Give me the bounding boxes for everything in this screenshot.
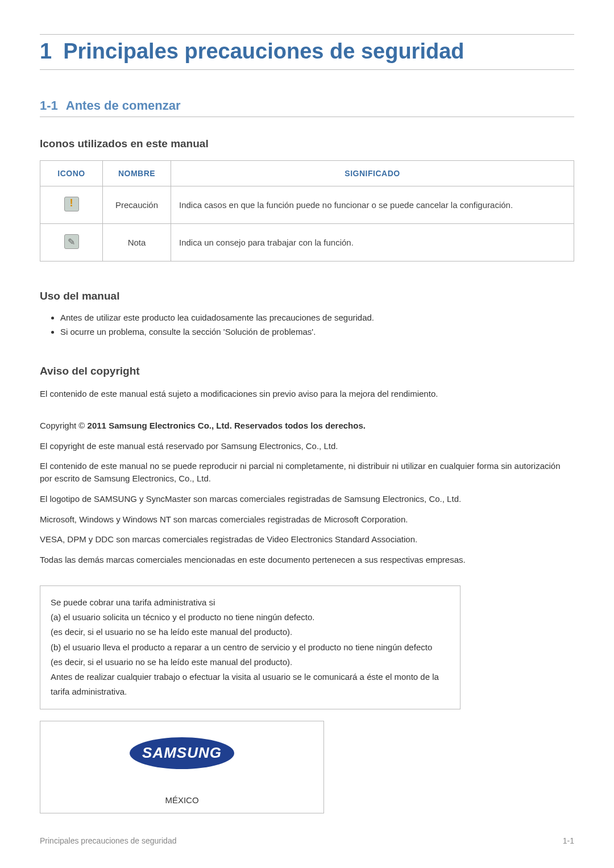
manual-use-heading: Uso del manual <box>40 290 574 302</box>
samsung-logo: SAMSUNG <box>52 736 312 773</box>
col-header-significado: SIGNIFICADO <box>171 161 574 186</box>
copyright-heading: Aviso del copyright <box>40 365 574 377</box>
fee-line: (es decir, si el usuario no se ha leído … <box>51 625 450 639</box>
icon-name: Precaución <box>103 186 171 224</box>
fee-line: Se puede cobrar una tarifa administrativ… <box>51 595 450 610</box>
col-header-nombre: NOMBRE <box>103 161 171 186</box>
table-row: Nota Indica un consejo para trabajar con… <box>40 224 574 261</box>
col-header-icono: ICONO <box>40 161 103 186</box>
copyright-para: Todas las demás marcas comerciales menci… <box>40 554 574 566</box>
region-label: MÉXICO <box>52 795 312 805</box>
copyright-para: El logotipo de SAMSUNG y SyncMaster son … <box>40 493 574 505</box>
chapter-number: 1 <box>40 39 52 63</box>
fee-line: Antes de realizar cualquier trabajo o ef… <box>51 670 450 700</box>
fee-box: Se puede cobrar una tarifa administrativ… <box>40 585 460 709</box>
section-number: 1-1 <box>40 98 58 113</box>
fee-line: (es decir, si el usuario no se ha leído … <box>51 655 450 670</box>
section-title: Antes de comenzar <box>66 98 181 113</box>
icon-meaning: Indica casos en que la función puede no … <box>171 186 574 224</box>
copyright-para: El contenido de este manual no se puede … <box>40 460 574 485</box>
footer-left: Principales precauciones de seguridad <box>40 836 176 845</box>
fee-line: (a) el usuario solicita un técnico y el … <box>51 610 450 625</box>
page-footer: Principales precauciones de seguridad 1-… <box>40 836 574 845</box>
table-row: Precaución Indica casos en que la funció… <box>40 186 574 224</box>
copyright-bold: 2011 Samsung Electronics Co., Ltd. Reser… <box>88 421 366 430</box>
section-heading: 1-1Antes de comenzar <box>40 98 574 117</box>
icons-subheading: Iconos utilizados en este manual <box>40 138 574 150</box>
chapter-title: Principales precauciones de seguridad <box>63 39 464 63</box>
caution-icon <box>64 197 79 211</box>
manual-use-list: Antes de utilizar este producto lea cuid… <box>40 313 574 337</box>
footer-right: 1-1 <box>563 836 574 845</box>
copyright-para: Microsoft, Windows y Windows NT son marc… <box>40 513 574 526</box>
svg-text:SAMSUNG: SAMSUNG <box>142 744 222 761</box>
icon-name: Nota <box>103 224 171 261</box>
copyright-prefix: Copyright © <box>40 421 88 430</box>
copyright-para: El copyright de este manual está reserva… <box>40 440 574 452</box>
copyright-para: VESA, DPM y DDC son marcas comerciales r… <box>40 533 574 546</box>
chapter-heading: 1Principales precauciones de seguridad <box>40 34 574 70</box>
icon-meaning: Indica un consejo para trabajar con la f… <box>171 224 574 261</box>
copyright-intro: El contenido de este manual está sujeto … <box>40 388 574 400</box>
list-item: Si ocurre un problema, consulte la secci… <box>60 327 574 337</box>
list-item: Antes de utilizar este producto lea cuid… <box>60 313 574 322</box>
region-box: SAMSUNG MÉXICO <box>40 721 324 813</box>
icons-table: ICONO NOMBRE SIGNIFICADO Precaución Indi… <box>40 160 574 261</box>
note-icon <box>64 234 79 249</box>
fee-line: (b) el usuario lleva el producto a repar… <box>51 640 450 655</box>
copyright-line: Copyright © 2011 Samsung Electronics Co.… <box>40 420 574 432</box>
